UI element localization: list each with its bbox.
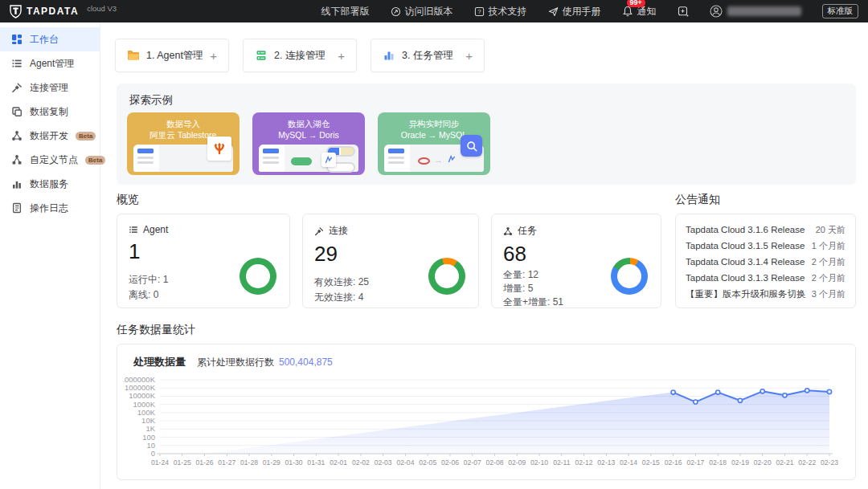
tablestore-logo bbox=[207, 137, 231, 161]
svg-text:?: ? bbox=[477, 8, 481, 15]
svg-text:02-17: 02-17 bbox=[686, 458, 704, 467]
bar-chart-icon bbox=[383, 49, 395, 62]
tapdata-glyph-icon bbox=[321, 153, 336, 167]
explore-card-mysql-doris[interactable]: 数据入湖仓MySQL → Doris bbox=[252, 112, 365, 175]
folder-icon bbox=[127, 49, 140, 62]
svg-text:02-04: 02-04 bbox=[396, 458, 414, 467]
announcement-title: 【重要】版本升级和服务切换重... bbox=[686, 288, 806, 300]
announcement-item[interactable]: Tapdata Cloud 3.1.4 Release N... 2 个月前 bbox=[686, 254, 845, 270]
stat-card-connections: 连接 29 有效连接: 25 无效连接: 4 bbox=[302, 214, 479, 308]
sidebar-item-operation-log[interactable]: 操作日志 bbox=[0, 196, 100, 220]
svg-text:01-29: 01-29 bbox=[263, 458, 280, 467]
explore-card-tablestore[interactable]: 数据导入阿里云 Tablestore bbox=[127, 112, 240, 175]
announcement-item[interactable]: Tapdata Cloud 3.1.5 Release N... 1 个月前 bbox=[686, 238, 845, 254]
connections-donut-chart bbox=[428, 258, 465, 295]
svg-text:02-11: 02-11 bbox=[553, 458, 571, 467]
step-connection-management[interactable]: 2. 连接管理 + bbox=[243, 39, 357, 72]
sidebar-item-label: Agent管理 bbox=[30, 57, 74, 71]
announcement-time: 3 个月前 bbox=[812, 288, 845, 300]
svg-text:02-02: 02-02 bbox=[352, 458, 370, 467]
mock-ui-panel: → bbox=[384, 145, 484, 172]
top-header: TAPDATA cloud V3 线下部署版 访问旧版本 ? 技术支持 bbox=[0, 0, 868, 22]
nav-old-version[interactable]: 访问旧版本 bbox=[391, 5, 453, 18]
nav-offline-deploy[interactable]: 线下部署版 bbox=[321, 5, 370, 18]
app-box-button[interactable] bbox=[678, 6, 689, 17]
announcement-title: Tapdata Cloud 3.1.4 Release N... bbox=[686, 257, 806, 267]
sidebar-item-data-dev[interactable]: 数据开发 Beta bbox=[0, 124, 100, 148]
overview-title: 概览 bbox=[117, 193, 139, 207]
stat-card-agent: Agent 1 运行中: 1 离线: 0 bbox=[117, 214, 290, 308]
sidebar: 工作台 Agent管理 连接管理 数据复制 数据开发 Beta bbox=[0, 22, 100, 489]
add-agent-button[interactable]: + bbox=[210, 50, 217, 62]
mysql-icon bbox=[447, 154, 457, 164]
announcement-item[interactable]: 【重要】版本升级和服务切换重... 3 个月前 bbox=[686, 286, 845, 302]
svg-text:02-15: 02-15 bbox=[642, 458, 660, 467]
workbench-icon bbox=[11, 34, 23, 45]
announcement-item[interactable]: Tapdata Cloud 3.1.6 Release N... 20 天前 bbox=[686, 222, 845, 238]
chart-section-title: 任务数据量统计 bbox=[117, 323, 195, 337]
sidebar-item-label: 连接管理 bbox=[30, 81, 68, 95]
support-icon: ? bbox=[474, 6, 485, 17]
announcement-item[interactable]: Tapdata Cloud 3.1.3 Release N... 2 个月前 bbox=[686, 270, 845, 286]
svg-text:02-08: 02-08 bbox=[486, 458, 504, 467]
tapdata-shield-icon bbox=[10, 5, 22, 18]
search-icon bbox=[461, 135, 482, 157]
explore-card-oracle-mysql[interactable]: 异构实时同步Oracle → MySQL → bbox=[378, 112, 490, 175]
svg-text:02-05: 02-05 bbox=[419, 458, 436, 467]
svg-text:02-13: 02-13 bbox=[597, 458, 615, 467]
user-menu[interactable] bbox=[710, 5, 801, 18]
oracle-icon bbox=[418, 157, 430, 165]
step-agent-management[interactable]: 1. Agent管理 + bbox=[115, 39, 229, 72]
sidebar-item-agent[interactable]: Agent管理 bbox=[0, 51, 100, 75]
flow-arrow: → bbox=[434, 155, 443, 165]
chart-total-value: 500,404,875 bbox=[279, 357, 333, 368]
sidebar-item-workbench[interactable]: 工作台 bbox=[0, 27, 100, 51]
svg-text:01-28: 01-28 bbox=[240, 458, 258, 467]
nav-support[interactable]: ? 技术支持 bbox=[474, 5, 527, 18]
chart-bars-icon bbox=[11, 178, 23, 189]
nav-label: 使用手册 bbox=[563, 5, 601, 18]
step-task-management[interactable]: 3. 任务管理 + bbox=[371, 39, 485, 72]
explore-title: 探索示例 bbox=[129, 93, 173, 108]
sidebar-item-data-replication[interactable]: 数据复制 bbox=[0, 100, 100, 124]
nav-label: 访问旧版本 bbox=[405, 5, 453, 18]
stat-card-tasks: 任务 68 全量: 12 增量: 5 全量+增量: 51 bbox=[491, 214, 661, 308]
sidebar-item-custom-node[interactable]: 自定义节点 Beta bbox=[0, 148, 100, 172]
connection-icon bbox=[11, 82, 23, 93]
mysql-node bbox=[291, 157, 312, 165]
sidebar-item-label: 工作台 bbox=[30, 33, 59, 47]
svg-text:01-25: 01-25 bbox=[174, 458, 191, 467]
sidebar-item-label: 数据服务 bbox=[30, 177, 68, 191]
add-task-button[interactable]: + bbox=[465, 50, 473, 62]
stat-title: 连接 bbox=[329, 224, 348, 238]
agent-donut-chart bbox=[240, 258, 276, 295]
task-data-chart[interactable]: 1000000K100000K10000K1000K100K10K1K10010… bbox=[124, 373, 850, 476]
chart-total-label: 累计处理数据行数 bbox=[197, 356, 274, 369]
notification-bell[interactable]: 通知 99+ bbox=[622, 5, 657, 18]
sidebar-item-connections[interactable]: 连接管理 bbox=[0, 75, 100, 100]
chart-metric-label: 处理数据量 bbox=[133, 355, 186, 369]
announcement-title: Tapdata Cloud 3.1.5 Release N... bbox=[686, 241, 806, 251]
explore-examples-panel: 探索示例 数据导入阿里云 Tablestore bbox=[117, 84, 856, 185]
connection-icon bbox=[314, 226, 324, 236]
nav-manual[interactable]: 使用手册 bbox=[548, 5, 601, 18]
sidebar-item-label: 操作日志 bbox=[30, 202, 68, 215]
announcement-title: Tapdata Cloud 3.1.3 Release N... bbox=[686, 273, 806, 283]
main-content: 1. Agent管理 + 2. 连接管理 + 3. 任务管理 + 探索示例 数据… bbox=[100, 22, 868, 489]
svg-text:01-24: 01-24 bbox=[151, 458, 169, 467]
nav-label: 线下部署版 bbox=[321, 5, 370, 18]
beta-badge: Beta bbox=[76, 132, 96, 141]
stat-title: 任务 bbox=[518, 224, 537, 238]
manual-icon bbox=[548, 6, 559, 17]
announcements-title: 公告通知 bbox=[675, 193, 720, 207]
sidebar-item-label: 自定义节点 bbox=[30, 153, 78, 167]
step-label: 1. Agent管理 bbox=[146, 49, 203, 63]
svg-text:01-31: 01-31 bbox=[307, 458, 325, 467]
svg-text:02-12: 02-12 bbox=[575, 458, 593, 467]
explore-card-title: 数据入湖仓MySQL → Doris bbox=[252, 118, 365, 141]
add-connection-button[interactable]: + bbox=[338, 50, 345, 62]
mock-ui-panel bbox=[133, 145, 233, 172]
step-label: 2. 连接管理 bbox=[274, 49, 326, 63]
tapdata-logo[interactable]: TAPDATA cloud V3 bbox=[10, 5, 117, 18]
sidebar-item-data-service[interactable]: 数据服务 bbox=[0, 172, 100, 196]
